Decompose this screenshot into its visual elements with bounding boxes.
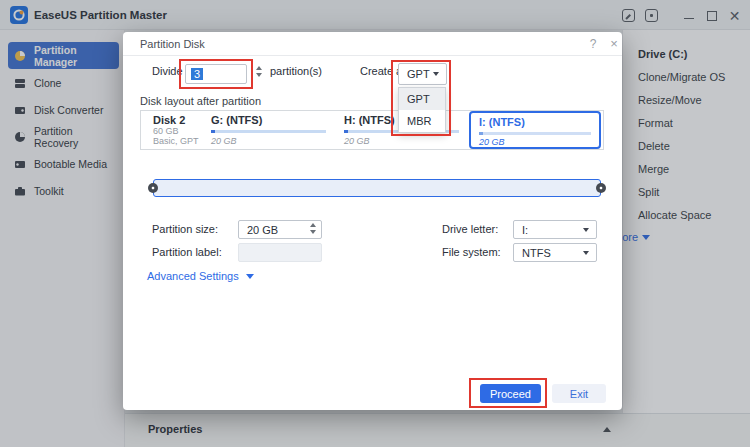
divide-count-stepper[interactable] (256, 66, 262, 77)
proceed-button[interactable]: Proceed (480, 384, 541, 403)
partition-size-stepper[interactable] (310, 223, 316, 234)
partition-label-label: Partition label: (152, 246, 222, 258)
disk-layout-label: Disk layout after partition (140, 95, 261, 107)
partition-i-selected[interactable]: I: (NTFS) 20 GB (469, 111, 601, 149)
stepper-up-icon[interactable] (310, 223, 316, 227)
chevron-down-icon (433, 72, 439, 76)
create-as-value: GPT (407, 68, 430, 80)
drive-letter-label: Drive letter: (442, 223, 498, 235)
create-as-select[interactable]: GPT (398, 63, 447, 85)
drive-letter-select[interactable]: I: (513, 220, 597, 239)
stepper-up-icon[interactable] (256, 66, 262, 70)
partitions-suffix-label: partition(s) (270, 65, 322, 77)
partition-g-bar (211, 130, 326, 133)
file-system-label: File system: (442, 246, 501, 258)
dialog-header-divider (123, 55, 622, 56)
partition-disk-dialog: Partition Disk ? × Divide to 3 partition… (123, 32, 622, 410)
partition-size-label: Partition size: (152, 223, 218, 235)
divide-count-value: 3 (191, 68, 203, 80)
stepper-down-icon[interactable] (310, 230, 316, 234)
advanced-settings-link[interactable]: Advanced Settings (147, 270, 254, 282)
disk-layout-panel: Disk 2 60 GB Basic, GPT G: (NTFS) 20 GB … (140, 110, 604, 150)
file-system-select[interactable]: NTFS (513, 243, 597, 262)
exit-button[interactable]: Exit (552, 384, 606, 403)
partition-label-input[interactable] (238, 243, 322, 262)
dropdown-option-mbr[interactable]: MBR (399, 110, 445, 132)
slider-handle-right[interactable] (596, 183, 606, 193)
divide-count-input[interactable]: 3 (185, 64, 247, 84)
dialog-title: Partition Disk (140, 38, 205, 50)
partition-i-bar (479, 132, 591, 135)
create-as-dropdown: GPT MBR (398, 87, 446, 133)
stepper-down-icon[interactable] (256, 73, 262, 77)
partition-size-slider[interactable] (153, 179, 601, 197)
disk-size: 60 GB (153, 126, 179, 136)
chevron-down-icon (583, 251, 589, 255)
chevron-down-icon (583, 228, 589, 232)
app-root: EaseUS Partition Master ✕ Partition Mana… (0, 0, 750, 447)
help-icon[interactable]: ? (585, 36, 601, 52)
slider-handle-left[interactable] (148, 183, 158, 193)
dialog-close-icon[interactable]: × (606, 36, 622, 52)
dropdown-option-gpt[interactable]: GPT (399, 88, 445, 110)
disk-type: Basic, GPT (153, 136, 199, 146)
chevron-down-icon (246, 274, 254, 279)
